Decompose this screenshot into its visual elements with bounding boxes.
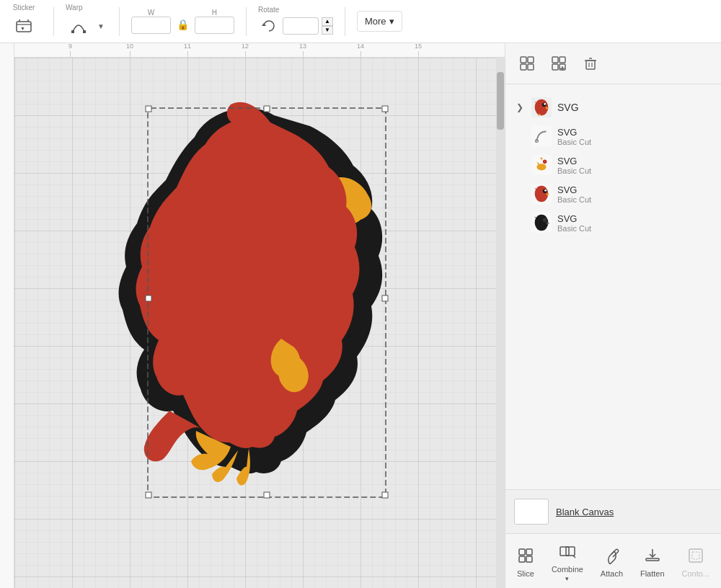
svg-rect-44	[566, 547, 575, 556]
combine-tool[interactable]: Combine ▾	[546, 540, 589, 585]
combine-svg-icon	[559, 543, 576, 560]
handle-tr[interactable]	[382, 106, 388, 112]
list-item[interactable]: SVG Basic Cut	[511, 122, 715, 151]
rotate-group: Rotate ▲ ▼	[258, 6, 333, 37]
layer-3-sub: Basic Cut	[557, 195, 591, 204]
blank-canvas-label[interactable]: Blank Canvas	[556, 507, 614, 517]
layer-1-name: SVG	[557, 127, 591, 138]
layer-group-header[interactable]: ❯ SVG	[511, 93, 715, 122]
layer-1-sub: Basic Cut	[557, 138, 591, 146]
contour-label: Conto...	[682, 569, 710, 578]
ruler-label-14: 14	[357, 43, 364, 50]
ruler-label-13: 13	[299, 43, 306, 50]
slice-tool[interactable]: Slice	[511, 544, 540, 581]
list-item[interactable]: SVG Basic Cut	[511, 179, 715, 208]
svg-rect-49	[692, 552, 699, 559]
svg-marker-7	[262, 23, 266, 26]
handle-tm[interactable]	[264, 106, 270, 112]
svg-point-31	[543, 160, 547, 164]
size-group: W 🔒 H	[131, 9, 234, 34]
svg-rect-46	[646, 558, 659, 561]
handle-tl[interactable]	[146, 106, 151, 112]
handle-bm[interactable]	[264, 492, 270, 498]
contour-icon	[687, 547, 704, 568]
sticker-group: Sticker ▼	[6, 4, 42, 39]
height-label: H	[212, 9, 217, 17]
add-layer-button[interactable]	[546, 50, 572, 76]
group-layers-button[interactable]	[514, 50, 540, 76]
svg-rect-48	[689, 549, 702, 562]
svg-rect-40	[526, 549, 532, 555]
rotate-stepper: ▲ ▼	[322, 17, 333, 35]
svg-point-38	[543, 218, 547, 222]
layer-thumb-1	[531, 126, 552, 146]
contour-tool[interactable]: Conto...	[676, 544, 716, 581]
ruler-tick-line-10	[130, 51, 131, 57]
layer-toolbar	[505, 43, 721, 84]
ruler-tick-11: 11	[184, 43, 191, 57]
list-item[interactable]: SVG Basic Cut	[511, 208, 715, 237]
ruler-label-11: 11	[184, 43, 191, 50]
rotate-input[interactable]	[283, 17, 319, 35]
ruler-label-10: 10	[126, 43, 133, 50]
layer-1-thumb-svg	[531, 126, 552, 146]
divider-2	[119, 7, 120, 36]
sticker-icon: ▼	[14, 16, 34, 36]
layer-thumb-3	[531, 184, 552, 204]
delete-layer-button[interactable]	[578, 50, 603, 76]
rotate-down-button[interactable]: ▼	[322, 26, 333, 35]
vertical-scrollbar[interactable]	[496, 58, 505, 588]
handle-ml[interactable]	[146, 295, 151, 301]
top-toolbar: Sticker ▼ Warp ▼	[0, 0, 721, 43]
svg-rect-27	[531, 126, 552, 146]
ruler-tick-12: 12	[242, 43, 249, 57]
rotate-up-button[interactable]: ▲	[322, 17, 333, 26]
warp-button[interactable]	[66, 13, 92, 39]
height-input[interactable]	[195, 17, 234, 34]
rotate-button[interactable]	[258, 15, 280, 37]
slice-label: Slice	[517, 569, 534, 578]
sticker-label: Sticker	[13, 4, 35, 12]
rotate-row: ▲ ▼	[258, 15, 333, 37]
svg-text:▼: ▼	[20, 26, 25, 31]
layer-1-info: SVG Basic Cut	[557, 127, 591, 146]
rotate-label: Rotate	[258, 6, 279, 14]
flatten-tool[interactable]: Flatten	[634, 544, 671, 581]
attach-svg-icon	[603, 547, 620, 564]
flatten-label: Flatten	[640, 569, 665, 578]
svg-rect-43	[560, 547, 569, 556]
handle-mr[interactable]	[382, 295, 388, 301]
ruler-tick-10: 10	[126, 43, 133, 57]
flatten-svg-icon	[644, 547, 661, 564]
svg-point-35	[544, 190, 547, 192]
more-label: More	[365, 16, 386, 27]
svg-point-33	[535, 186, 549, 202]
svg-rect-5	[71, 30, 74, 33]
warp-group: Warp ▼	[66, 4, 107, 39]
sticker-button[interactable]: ▼	[11, 13, 37, 39]
list-item[interactable]: SVG Basic Cut	[511, 151, 715, 179]
slice-svg-icon	[517, 547, 534, 564]
ruler-tick-line-14	[360, 51, 361, 57]
rotate-icon	[261, 18, 277, 34]
divider-3	[246, 7, 247, 36]
group-icon	[519, 55, 535, 71]
divider-4	[345, 7, 345, 36]
handle-br[interactable]	[382, 492, 388, 498]
svg-rect-42	[526, 556, 532, 562]
width-input[interactable]	[131, 17, 171, 34]
layer-4-name: SVG	[557, 213, 591, 224]
divider-1	[53, 7, 54, 36]
add-layer-icon	[551, 55, 567, 71]
warp-arrow-button[interactable]: ▼	[94, 19, 107, 33]
handle-bl[interactable]	[146, 492, 151, 498]
more-button[interactable]: More ▾	[357, 11, 402, 32]
layer-3-name: SVG	[557, 184, 591, 195]
attach-tool[interactable]: Attach	[595, 544, 629, 581]
layer-2-sub: Basic Cut	[557, 166, 591, 175]
ruler-tick-line-9	[70, 51, 71, 57]
canvas-area[interactable]	[14, 58, 505, 588]
group-thumb-svg	[531, 97, 552, 117]
ruler-tick-9: 9	[68, 43, 72, 57]
scrollbar-thumb[interactable]	[497, 72, 504, 130]
